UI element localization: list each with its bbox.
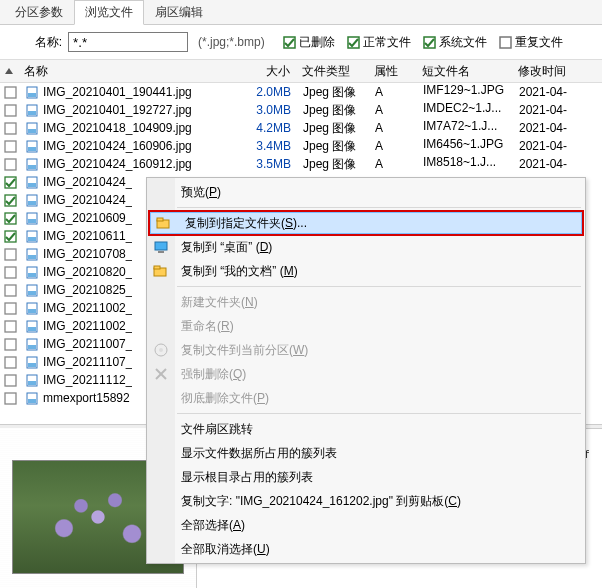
svg-rect-33 xyxy=(28,255,36,259)
row-checkbox[interactable] xyxy=(4,86,17,99)
menu-perm-delete: 彻底删除文件(P) xyxy=(147,386,585,410)
cell-mtime: 2021-04- xyxy=(513,101,589,119)
file-icon xyxy=(25,391,39,405)
row-checkbox[interactable] xyxy=(4,374,17,387)
row-checkbox[interactable] xyxy=(4,212,17,225)
column-header-row: 名称 大小 文件类型 属性 短文件名 修改时间 xyxy=(0,59,602,83)
column-size[interactable]: 大小 xyxy=(240,63,296,80)
svg-rect-24 xyxy=(28,201,36,205)
checkbox-system[interactable]: 系统文件 xyxy=(423,34,487,51)
svg-rect-51 xyxy=(28,363,36,367)
filter-input[interactable] xyxy=(68,32,188,52)
row-checkbox[interactable] xyxy=(4,122,17,135)
row-checkbox[interactable] xyxy=(4,356,17,369)
tab-partition-params[interactable]: 分区参数 xyxy=(4,0,74,25)
menu-deselect-all[interactable]: 全部取消选择(U) xyxy=(147,537,585,561)
tab-browse-files[interactable]: 浏览文件 xyxy=(74,0,144,25)
row-checkbox[interactable] xyxy=(4,176,17,189)
menu-copy-to-docs[interactable]: 复制到 “我的文档” (M) xyxy=(147,259,585,283)
svg-rect-39 xyxy=(28,291,36,295)
file-icon xyxy=(25,355,39,369)
menu-copy-text[interactable]: 复制文字: "IMG_20210424_161202.jpg" 到剪贴板(C) xyxy=(147,489,585,513)
cell-type: Jpeg 图像 xyxy=(297,83,369,101)
cell-name: IMG_20210424_160912.jpg xyxy=(19,155,241,174)
column-shortname[interactable]: 短文件名 xyxy=(416,63,512,80)
cell-name: IMG_20210418_104909.jpg xyxy=(19,119,241,138)
row-checkbox[interactable] xyxy=(4,392,17,405)
sort-indicator[interactable] xyxy=(0,68,18,74)
filter-hint: (*.jpg;*.bmp) xyxy=(198,35,265,49)
desktop-icon xyxy=(153,239,169,255)
cell-name: IMG_20210401_192727.jpg xyxy=(19,101,241,120)
disk-icon xyxy=(153,342,169,358)
checkbox-label: 重复文件 xyxy=(515,34,563,51)
cell-size: 3.0MB xyxy=(241,101,297,119)
svg-rect-54 xyxy=(28,381,36,385)
cell-size: 4.2MB xyxy=(241,119,297,137)
menu-show-root-clusters[interactable]: 显示根目录占用的簇列表 xyxy=(147,465,585,489)
row-checkbox[interactable] xyxy=(4,104,17,117)
checkbox-label: 系统文件 xyxy=(439,34,487,51)
cell-mtime: 2021-04- xyxy=(513,119,589,137)
svg-rect-12 xyxy=(28,129,36,133)
menu-force-delete: 强制删除(Q) xyxy=(147,362,585,386)
column-type[interactable]: 文件类型 xyxy=(296,63,368,80)
column-mtime[interactable]: 修改时间 xyxy=(512,63,588,80)
cell-name: IMG_20210424_160906.jpg xyxy=(19,137,241,156)
column-attr[interactable]: 属性 xyxy=(368,63,416,80)
svg-rect-57 xyxy=(28,399,36,403)
checkbox-label: 已删除 xyxy=(299,34,335,51)
row-checkbox[interactable] xyxy=(4,266,17,279)
file-icon xyxy=(25,121,39,135)
cell-size: 3.5MB xyxy=(241,155,297,173)
row-checkbox[interactable] xyxy=(4,302,17,315)
file-icon xyxy=(25,265,39,279)
column-name[interactable]: 名称 xyxy=(18,63,240,80)
row-checkbox[interactable] xyxy=(4,140,17,153)
file-icon xyxy=(25,157,39,171)
row-checkbox[interactable] xyxy=(4,338,17,351)
svg-rect-4 xyxy=(5,87,16,98)
svg-rect-15 xyxy=(28,147,36,151)
svg-rect-48 xyxy=(28,345,36,349)
file-icon xyxy=(25,175,39,189)
menu-select-all[interactable]: 全部选择(A) xyxy=(147,513,585,537)
svg-rect-30 xyxy=(28,237,36,241)
menu-preview[interactable]: 预览(P) xyxy=(147,180,585,204)
svg-point-65 xyxy=(159,348,163,352)
row-checkbox[interactable] xyxy=(4,230,17,243)
folder-icon xyxy=(153,263,169,279)
checkbox-label: 正常文件 xyxy=(363,34,411,51)
menu-jump-sector[interactable]: 文件扇区跳转 xyxy=(147,417,585,441)
checkbox-deleted[interactable]: 已删除 xyxy=(283,34,335,51)
table-row[interactable]: IMG_20210424_160912.jpg3.5MBJpeg 图像AIM85… xyxy=(0,155,602,173)
cell-mtime: 2021-04- xyxy=(513,83,589,101)
menu-show-file-clusters[interactable]: 显示文件数据所占用的簇列表 xyxy=(147,441,585,465)
svg-rect-40 xyxy=(5,303,16,314)
cell-mtime: 2021-04- xyxy=(513,155,589,173)
cell-attr: A xyxy=(369,83,417,101)
file-icon xyxy=(25,337,39,351)
menu-copy-to-desktop[interactable]: 复制到 “桌面” (D) xyxy=(147,235,585,259)
context-menu: 预览(P) 复制到指定文件夹(S)... 复制到 “桌面” (D) 复制到 “我… xyxy=(146,177,586,564)
menu-copy-to-folder[interactable]: 复制到指定文件夹(S)... xyxy=(148,210,584,236)
row-checkbox[interactable] xyxy=(4,248,17,261)
checkbox-duplicate[interactable]: 重复文件 xyxy=(499,34,563,51)
row-checkbox[interactable] xyxy=(4,194,17,207)
file-icon xyxy=(25,85,39,99)
file-icon xyxy=(25,247,39,261)
checkbox-normal[interactable]: 正常文件 xyxy=(347,34,411,51)
row-checkbox[interactable] xyxy=(4,320,17,333)
row-checkbox[interactable] xyxy=(4,158,17,171)
menu-separator xyxy=(177,286,581,287)
tab-sector-edit[interactable]: 扇区编辑 xyxy=(144,0,214,25)
svg-rect-34 xyxy=(5,267,16,278)
cell-attr: A xyxy=(369,119,417,137)
filter-label: 名称: xyxy=(6,34,62,51)
svg-rect-42 xyxy=(28,309,36,313)
svg-rect-7 xyxy=(5,105,16,116)
svg-rect-45 xyxy=(28,327,36,331)
cell-type: Jpeg 图像 xyxy=(297,137,369,155)
svg-rect-46 xyxy=(5,339,16,350)
row-checkbox[interactable] xyxy=(4,284,17,297)
